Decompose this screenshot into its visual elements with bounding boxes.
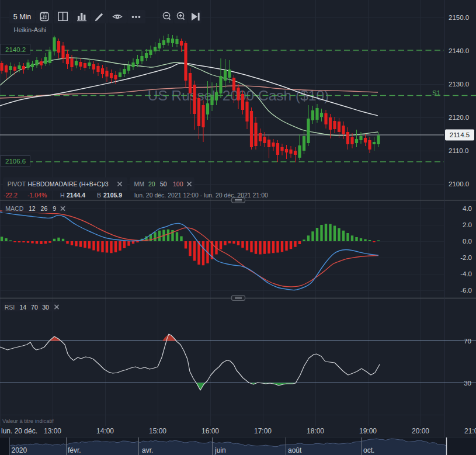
- svg-text:15:00: 15:00: [149, 427, 166, 435]
- svg-text:-2.0: -2.0: [460, 254, 472, 261]
- svg-text:B: B: [97, 192, 101, 199]
- svg-text:4.0: 4.0: [463, 205, 472, 212]
- svg-text:Valeur à titre indicatif: Valeur à titre indicatif: [2, 418, 54, 424]
- svg-text:70: 70: [464, 338, 471, 345]
- svg-text:lun. 20 déc.: lun. 20 déc.: [1, 427, 37, 435]
- svg-text:MM: MM: [134, 180, 144, 187]
- svg-text:2140.2: 2140.2: [5, 46, 26, 53]
- svg-text:RSI: RSI: [5, 304, 15, 311]
- svg-text:17:00: 17:00: [254, 427, 272, 435]
- svg-text:18:00: 18:00: [307, 427, 324, 435]
- svg-text:14: 14: [20, 304, 27, 311]
- svg-text:20: 20: [148, 180, 155, 187]
- svg-text:2106.6: 2106.6: [5, 158, 26, 165]
- svg-text:2140.0: 2140.0: [449, 47, 469, 54]
- svg-text:2144.4: 2144.4: [67, 192, 85, 199]
- svg-text:HEBDOMADAIRE: HEBDOMADAIRE: [27, 180, 77, 187]
- svg-text:-6.0: -6.0: [460, 287, 472, 294]
- svg-text:19:00: 19:00: [359, 427, 377, 435]
- svg-text:0.0: 0.0: [463, 238, 472, 245]
- svg-text:2114.5: 2114.5: [450, 131, 470, 138]
- svg-text:lun. 20 déc. 2021 12:00 - lun.: lun. 20 déc. 2021 12:00 - lun. 20 déc. 2…: [134, 192, 268, 199]
- svg-text:13:00: 13:00: [44, 427, 61, 435]
- svg-text:avr.: avr.: [142, 446, 153, 454]
- svg-text:2120.0: 2120.0: [449, 114, 469, 121]
- svg-text:-4.0: -4.0: [460, 270, 472, 277]
- svg-text:-22.2: -22.2: [4, 192, 18, 199]
- svg-text:MACD: MACD: [5, 205, 23, 212]
- svg-text:Heikin-Ashi: Heikin-Ashi: [14, 26, 47, 33]
- svg-text:PIVOT: PIVOT: [8, 180, 26, 187]
- svg-text:2130.0: 2130.0: [449, 81, 469, 88]
- svg-text:70: 70: [31, 304, 38, 311]
- svg-text:26: 26: [41, 205, 48, 212]
- svg-text:(H+B+C)/3: (H+B+C)/3: [79, 180, 109, 187]
- svg-text:2.0: 2.0: [463, 221, 472, 228]
- svg-text:30: 30: [464, 380, 471, 387]
- svg-text:100: 100: [173, 180, 183, 187]
- svg-text:H: H: [60, 192, 65, 199]
- svg-text:9: 9: [53, 205, 56, 212]
- svg-text:oct.: oct.: [363, 446, 374, 454]
- svg-text:juin: juin: [214, 446, 226, 454]
- svg-text:2110.0: 2110.0: [449, 147, 468, 154]
- svg-text:20:00: 20:00: [412, 427, 429, 435]
- svg-text:2100.0: 2100.0: [449, 180, 469, 187]
- svg-text:14:00: 14:00: [96, 427, 114, 435]
- svg-text:2020: 2020: [12, 446, 27, 454]
- svg-text:2105.9: 2105.9: [103, 192, 122, 199]
- svg-text:30: 30: [42, 304, 49, 311]
- svg-text:16:00: 16:00: [201, 427, 219, 435]
- svg-text:févr.: févr.: [68, 446, 81, 454]
- svg-text:-1.04%: -1.04%: [27, 192, 47, 199]
- svg-text:21:00: 21:00: [464, 427, 476, 435]
- svg-text:S1: S1: [432, 89, 440, 96]
- svg-text:août: août: [288, 446, 302, 454]
- svg-text:12: 12: [29, 205, 36, 212]
- svg-text:5 Min: 5 Min: [13, 13, 32, 21]
- svg-text:2150.0: 2150.0: [449, 14, 469, 21]
- svg-text:50: 50: [160, 180, 167, 187]
